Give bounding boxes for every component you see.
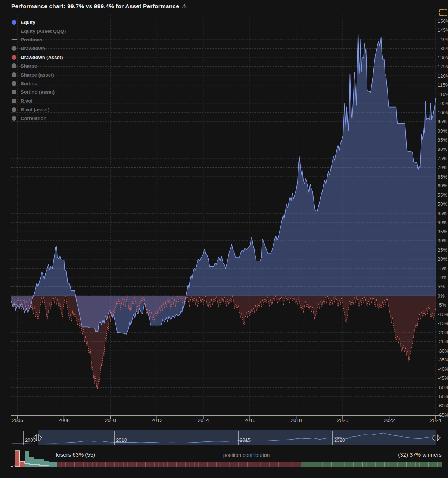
y-axis-tick-label: 135% bbox=[438, 46, 448, 51]
y-axis-tick-label: 150% bbox=[438, 18, 448, 24]
legend-item-label: Equity (Asset QQQ) bbox=[21, 28, 66, 34]
legend-dot-icon bbox=[12, 20, 16, 25]
histogram-bar bbox=[44, 461, 49, 467]
winners-label: (32) 37% winners bbox=[367, 451, 442, 458]
y-axis-tick-label: 50% bbox=[438, 201, 447, 207]
legend-item-label: Positions bbox=[21, 37, 43, 43]
legend-item-equity[interactable]: Equity bbox=[12, 18, 66, 27]
legend-item-sharpe[interactable]: Sharpe bbox=[12, 62, 66, 70]
legend-dot-icon bbox=[12, 46, 16, 51]
y-axis-tick-label: 35% bbox=[438, 229, 447, 235]
legend-item-label: R.vol bbox=[21, 98, 32, 104]
y-axis-tick-label: 30% bbox=[438, 238, 447, 243]
legend-item-correlation[interactable]: Correlation bbox=[12, 114, 66, 122]
legend-item-r-vol[interactable]: R.vol bbox=[12, 97, 66, 105]
navigator-year-label: 2020 bbox=[334, 437, 345, 443]
y-axis-tick-label: 105% bbox=[438, 100, 448, 106]
y-axis-tick-label: -55% bbox=[438, 394, 448, 399]
y-axis-tick-label: 140% bbox=[438, 37, 448, 42]
legend-item-sharpe-asset[interactable]: Sharpe (asset) bbox=[12, 70, 66, 79]
y-axis-tick-label: -40% bbox=[438, 366, 448, 372]
navigator-right-handle-right-arrow-icon bbox=[437, 435, 440, 441]
x-axis-tick-label: 2016 bbox=[239, 418, 261, 423]
x-axis-tick-label: 2008 bbox=[53, 418, 75, 423]
legend-dot-icon bbox=[12, 63, 16, 68]
legend-item-sortino-asset[interactable]: Sortino (asset) bbox=[12, 88, 66, 96]
navigator-selected-range[interactable] bbox=[38, 430, 436, 445]
warning-icon: ⚠ bbox=[182, 3, 187, 9]
legend-dash-icon bbox=[12, 39, 17, 40]
navigator bbox=[12, 430, 440, 445]
y-axis-tick-label: 85% bbox=[438, 137, 447, 143]
legend-item-label: Sortino (asset) bbox=[21, 89, 55, 95]
y-axis-tick-label: 125% bbox=[438, 64, 448, 69]
drawdown-asset-area bbox=[11, 296, 436, 389]
x-axis-tick-label: 2014 bbox=[192, 418, 215, 423]
legend-item-drawdown[interactable]: Drawdown bbox=[12, 44, 66, 53]
y-axis-tick-label: 5% bbox=[438, 284, 445, 289]
navigator-year-label: 2015 bbox=[240, 437, 251, 443]
legend-item-label: Drawdown (Asset) bbox=[21, 55, 63, 60]
legend-item-sortino[interactable]: Sortino bbox=[12, 79, 66, 88]
histogram-bar bbox=[20, 461, 25, 467]
position-contribution-strip bbox=[57, 462, 442, 467]
histogram-bar bbox=[34, 459, 39, 467]
legend-item-label: Sharpe (asset) bbox=[21, 72, 54, 78]
histogram-bar bbox=[29, 457, 34, 467]
chart-legend: EquityEquity (Asset QQQ)PositionsDrawdow… bbox=[12, 18, 66, 123]
returns-histogram bbox=[11, 451, 59, 467]
losers-label: losers 63% (55) bbox=[56, 451, 95, 458]
legend-dot-icon bbox=[12, 99, 16, 103]
y-axis-tick-label: 95% bbox=[438, 119, 447, 124]
y-axis-tick-label: 45% bbox=[438, 211, 447, 216]
legend-item-equity-asset-qqq[interactable]: Equity (Asset QQQ) bbox=[12, 27, 66, 35]
legend-dot-icon bbox=[12, 55, 16, 60]
x-axis-tick-label: 2024 bbox=[424, 418, 447, 423]
x-axis-tick-label: 2022 bbox=[378, 418, 401, 423]
x-axis-tick-label: 2006 bbox=[6, 418, 29, 423]
legend-dot-icon bbox=[12, 81, 16, 86]
y-axis-tick-label: -35% bbox=[438, 357, 448, 363]
y-axis-tick-label: 10% bbox=[438, 274, 447, 280]
legend-dash-icon bbox=[12, 31, 17, 32]
x-axis-tick-label: 2020 bbox=[332, 418, 354, 423]
y-axis-tick-label: -60% bbox=[438, 403, 448, 409]
y-axis-tick-label: 40% bbox=[438, 220, 447, 225]
legend-item-label: Sortino bbox=[21, 81, 38, 86]
y-axis-tick-label: -30% bbox=[438, 348, 448, 354]
y-axis-tick-label: -25% bbox=[438, 339, 448, 344]
equity-area bbox=[11, 32, 436, 334]
y-axis-tick-label: -5% bbox=[438, 302, 446, 308]
legend-item-label: R.vol (asset) bbox=[21, 107, 49, 112]
y-axis-tick-label: 80% bbox=[438, 146, 447, 152]
y-axis-tick-label: 75% bbox=[438, 156, 447, 161]
legend-item-r-vol-asset[interactable]: R.vol (asset) bbox=[12, 105, 66, 114]
chart-canvas bbox=[0, 0, 448, 478]
y-axis-tick-label: -45% bbox=[438, 375, 448, 381]
legend-dot-icon bbox=[12, 90, 16, 94]
navigator-year-label: 2005 bbox=[25, 437, 36, 443]
y-axis-tick-label: -15% bbox=[438, 320, 448, 326]
legend-dot-icon bbox=[12, 107, 16, 112]
legend-item-label: Correlation bbox=[21, 115, 46, 121]
reset-zoom-icon[interactable] bbox=[439, 9, 447, 16]
position-contribution-label: position contribution bbox=[198, 452, 295, 458]
x-axis-tick-label: 2010 bbox=[99, 418, 122, 423]
losers-strip bbox=[57, 462, 301, 467]
navigator-year-label: 2010 bbox=[116, 437, 127, 443]
y-axis-tick-label: 55% bbox=[438, 192, 447, 198]
y-axis-tick-label: 100% bbox=[438, 110, 448, 115]
y-axis-tick-label: 60% bbox=[438, 183, 447, 189]
x-axis bbox=[11, 413, 442, 419]
y-axis-tick-label: -10% bbox=[438, 311, 448, 317]
page-title: Performance chart: 99.7% vs 999.4% for A… bbox=[11, 3, 187, 10]
y-axis-tick-label: 110% bbox=[438, 91, 448, 97]
legend-dot-icon bbox=[12, 72, 16, 77]
y-axis-tick-label: 120% bbox=[438, 73, 448, 79]
legend-item-drawdown-asset[interactable]: Drawdown (Asset) bbox=[12, 53, 66, 62]
y-axis-tick-label: 0% bbox=[438, 293, 445, 299]
y-axis-tick-label: 65% bbox=[438, 174, 447, 180]
legend-item-positions[interactable]: Positions bbox=[12, 35, 66, 44]
y-axis-tick-label: 130% bbox=[438, 55, 448, 60]
x-axis-tick-label: 2018 bbox=[285, 418, 308, 423]
